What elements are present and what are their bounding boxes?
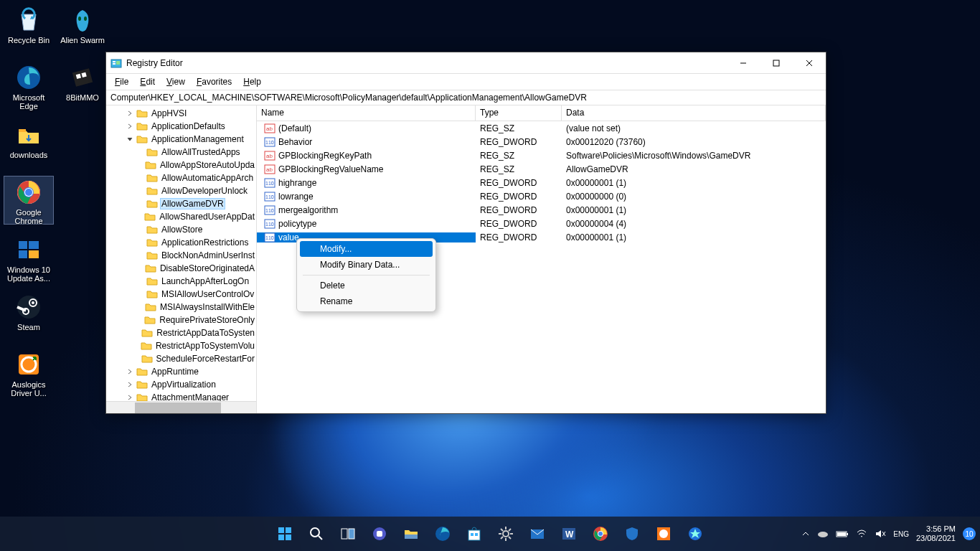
- svg-rect-1: [19, 129, 26, 132]
- expand-icon[interactable]: [126, 394, 136, 401]
- context-menu-item[interactable]: Delete: [300, 278, 433, 293]
- desktop-icon-steam[interactable]: Steam: [4, 291, 54, 339]
- close-button[interactable]: [793, 52, 826, 74]
- registry-value-row[interactable]: 110lowrangeREG_DWORD0x00000000 (0): [257, 189, 826, 203]
- tree-node[interactable]: AllowStore: [106, 223, 256, 236]
- tree-node[interactable]: ApplicationRestrictions: [106, 236, 256, 249]
- taskbar-clock[interactable]: 3:56 PM 23/08/2021: [916, 524, 956, 543]
- tree-node[interactable]: LaunchAppAfterLogOn: [106, 275, 256, 288]
- taskbar-taskview-icon[interactable]: [334, 519, 362, 548]
- notifications-badge[interactable]: 10: [963, 527, 976, 540]
- taskbar-settings-icon[interactable]: [491, 519, 520, 548]
- menu-view[interactable]: View: [161, 75, 191, 88]
- language-icon[interactable]: ENG: [893, 530, 909, 538]
- folder-icon: [141, 341, 152, 351]
- column-type[interactable]: Type: [476, 105, 562, 121]
- minimize-button[interactable]: [727, 52, 760, 74]
- wifi-icon[interactable]: [856, 529, 867, 538]
- expand-icon[interactable]: [126, 136, 136, 143]
- address-bar[interactable]: Computer\HKEY_LOCAL_MACHINE\SOFTWARE\Mic…: [106, 90, 826, 105]
- maximize-button[interactable]: [760, 52, 793, 74]
- context-menu-item[interactable]: Modify...: [300, 241, 433, 257]
- battery-icon[interactable]: [836, 529, 849, 538]
- menu-edit[interactable]: Edit: [134, 75, 161, 88]
- svg-point-14: [32, 301, 34, 304]
- desktop-icon-label: Microsoft Edge: [4, 93, 53, 110]
- taskbar-chat-icon[interactable]: [365, 519, 394, 548]
- desktop-icon-windows-10-update[interactable]: Windows 10 Update As...: [4, 233, 54, 282]
- tree-node[interactable]: AllowGameDVR: [106, 197, 256, 210]
- expand-icon[interactable]: [126, 381, 136, 388]
- tree-horizontal-scrollbar[interactable]: [106, 401, 256, 413]
- desktop-icon-auslogics[interactable]: Auslogics Driver U...: [4, 348, 54, 397]
- tree-node[interactable]: RestrictAppToSystemVolu: [106, 339, 256, 352]
- menu-favorites[interactable]: Favorites: [191, 75, 237, 88]
- taskbar-app1-icon[interactable]: [649, 519, 678, 548]
- tree-node-label: ApplicationRestrictions: [160, 237, 250, 248]
- tree-node[interactable]: AllowDeveloperUnlock: [106, 184, 256, 197]
- tree-node[interactable]: AllowAutomaticAppArch: [106, 171, 256, 184]
- value-type: REG_SZ: [476, 164, 562, 174]
- desktop-icon-google-chrome[interactable]: Google Chrome: [4, 176, 54, 225]
- taskbar-search-icon[interactable]: [302, 519, 331, 548]
- expand-icon[interactable]: [126, 123, 136, 130]
- tree-node[interactable]: MSIAllowUserControlOv: [106, 288, 256, 301]
- registry-value-row[interactable]: 110mergealgorithmREG_DWORD0x00000001 (1): [257, 203, 826, 217]
- tree-node[interactable]: RequirePrivateStoreOnly: [106, 314, 256, 326]
- auslogics-icon: [14, 350, 43, 379]
- tree-node[interactable]: AllowSharedUserAppDat: [106, 210, 256, 223]
- tree-node[interactable]: AppVirtualization: [106, 378, 256, 391]
- tree-node[interactable]: ScheduleForceRestartFor: [106, 352, 256, 365]
- titlebar[interactable]: Registry Editor: [106, 52, 826, 74]
- desktop-icon-recycle-bin[interactable]: Recycle Bin: [4, 4, 54, 52]
- registry-value-row[interactable]: 110policytypeREG_DWORD0x00000004 (4): [257, 217, 826, 230]
- volume-icon[interactable]: [875, 529, 886, 538]
- taskbar-explorer-icon[interactable]: [397, 519, 425, 548]
- value-name: Behavior: [278, 137, 312, 147]
- context-menu-item[interactable]: Rename: [300, 293, 433, 309]
- registry-value-row[interactable]: 110highrangeREG_DWORD0x00000001 (1): [257, 176, 826, 189]
- tree-node[interactable]: RestrictAppDataToSysten: [106, 326, 256, 339]
- taskbar-word-icon[interactable]: W: [555, 519, 583, 548]
- registry-value-row[interactable]: abGPBlockingRegValueNameREG_SZAllowGameD…: [257, 162, 826, 176]
- svg-point-82: [818, 532, 828, 537]
- taskbar-start-icon[interactable]: [270, 519, 299, 548]
- tree-node[interactable]: AllowAppStoreAutoUpda: [106, 159, 256, 171]
- tray-chevron-icon[interactable]: [801, 529, 810, 538]
- expand-icon[interactable]: [126, 110, 136, 117]
- svg-point-7: [25, 189, 32, 196]
- taskbar-store-icon[interactable]: [460, 519, 489, 548]
- context-menu-item[interactable]: Modify Binary Data...: [300, 257, 433, 273]
- menu-help[interactable]: Help: [237, 75, 267, 88]
- registry-value-row[interactable]: 110BehaviorREG_DWORD0x00012020 (73760): [257, 135, 826, 149]
- taskbar-app2-icon[interactable]: [681, 519, 710, 548]
- column-data[interactable]: Data: [562, 105, 826, 121]
- tree-node[interactable]: AppRuntime: [106, 365, 256, 378]
- registry-value-row[interactable]: abGPBlockingRegKeyPathREG_SZSoftware\Pol…: [257, 149, 826, 162]
- taskbar-mail-icon[interactable]: [523, 519, 552, 548]
- desktop-icon-alien-swarm[interactable]: Alien Swarm: [57, 4, 108, 52]
- tree-node[interactable]: DisableStoreOriginatedA: [106, 262, 256, 275]
- tree-node[interactable]: AppHVSI: [106, 107, 256, 120]
- menu-file[interactable]: File: [109, 75, 134, 88]
- tree-node[interactable]: ApplicationDefaults: [106, 120, 256, 133]
- taskbar-chrome-icon[interactable]: [586, 519, 615, 548]
- tree-node[interactable]: MSIAlwaysInstallWithEle: [106, 301, 256, 314]
- tree-node-label: RestrictAppDataToSysten: [155, 328, 256, 338]
- taskbar-edge-icon[interactable]: [428, 519, 457, 548]
- desktop-icon-downloads-folder[interactable]: downloads: [4, 118, 54, 167]
- expand-icon[interactable]: [126, 368, 136, 375]
- listview-header[interactable]: Name Type Data: [257, 105, 826, 121]
- tree-node-label: AllowAutomaticAppArch: [160, 173, 255, 183]
- tree-node[interactable]: ApplicationManagement: [106, 133, 256, 146]
- tree-node[interactable]: AllowAllTrustedApps: [106, 146, 256, 159]
- taskbar-security-icon[interactable]: [618, 519, 646, 548]
- tree-node[interactable]: BlockNonAdminUserInst: [106, 249, 256, 262]
- desktop-icon-microsoft-edge[interactable]: Microsoft Edge: [4, 61, 54, 110]
- registry-value-row[interactable]: ab(Default)REG_SZ(value not set): [257, 121, 826, 135]
- onedrive-icon[interactable]: [817, 529, 829, 538]
- registry-tree[interactable]: AppHVSIApplicationDefaultsApplicationMan…: [106, 105, 257, 413]
- desktop-icon-8bitmmo[interactable]: 8BitMMO: [57, 61, 108, 110]
- column-name[interactable]: Name: [257, 105, 476, 121]
- system-tray[interactable]: ENG 3:56 PM 23/08/2021 10: [801, 524, 976, 543]
